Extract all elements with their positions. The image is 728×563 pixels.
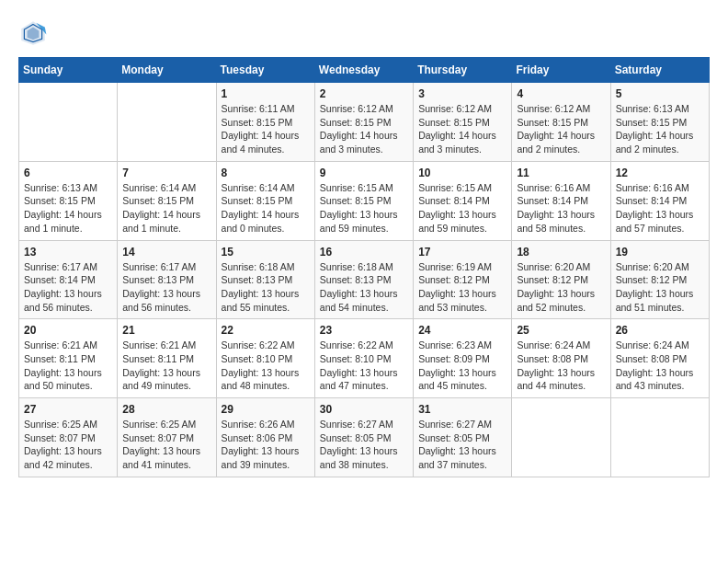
calendar-header: SundayMondayTuesdayWednesdayThursdayFrid… <box>19 58 710 83</box>
day-info: Sunrise: 6:19 AM Sunset: 8:12 PM Dayligh… <box>418 260 506 315</box>
calendar-cell: 23Sunrise: 6:22 AM Sunset: 8:10 PM Dayli… <box>314 319 413 398</box>
day-info: Sunrise: 6:16 AM Sunset: 8:14 PM Dayligh… <box>616 181 704 236</box>
day-number: 16 <box>320 246 408 259</box>
day-number: 18 <box>517 246 605 259</box>
day-of-week-header: Tuesday <box>216 58 314 83</box>
logo <box>18 18 53 48</box>
logo-icon <box>18 18 48 48</box>
day-info: Sunrise: 6:13 AM Sunset: 8:15 PM Dayligh… <box>24 181 112 236</box>
day-info: Sunrise: 6:22 AM Sunset: 8:10 PM Dayligh… <box>222 339 310 393</box>
day-info: Sunrise: 6:12 AM Sunset: 8:15 PM Dayligh… <box>320 102 408 156</box>
calendar-week-row: 27Sunrise: 6:25 AM Sunset: 8:07 PM Dayli… <box>19 398 710 477</box>
day-number: 23 <box>320 324 408 337</box>
day-number: 30 <box>320 403 408 416</box>
calendar-cell: 13Sunrise: 6:17 AM Sunset: 8:14 PM Dayli… <box>19 240 118 319</box>
calendar-cell: 18Sunrise: 6:20 AM Sunset: 8:12 PM Dayli… <box>512 240 610 319</box>
day-info: Sunrise: 6:12 AM Sunset: 8:15 PM Dayligh… <box>517 102 605 156</box>
calendar-cell: 19Sunrise: 6:20 AM Sunset: 8:12 PM Dayli… <box>610 240 709 319</box>
calendar-cell: 27Sunrise: 6:25 AM Sunset: 8:07 PM Dayli… <box>19 398 118 477</box>
day-number: 21 <box>122 324 210 337</box>
day-info: Sunrise: 6:20 AM Sunset: 8:12 PM Dayligh… <box>616 260 704 315</box>
page-header <box>18 18 710 48</box>
day-number: 19 <box>616 246 704 259</box>
day-info: Sunrise: 6:13 AM Sunset: 8:15 PM Dayligh… <box>616 102 704 156</box>
calendar-cell: 22Sunrise: 6:22 AM Sunset: 8:10 PM Dayli… <box>216 319 314 398</box>
day-number: 6 <box>24 167 112 179</box>
day-number: 8 <box>222 167 310 179</box>
day-of-week-header: Thursday <box>414 58 512 83</box>
calendar-cell: 10Sunrise: 6:15 AM Sunset: 8:14 PM Dayli… <box>414 161 512 240</box>
day-info: Sunrise: 6:25 AM Sunset: 8:07 PM Dayligh… <box>24 418 112 472</box>
day-of-week-header: Friday <box>512 58 610 83</box>
calendar-cell: 1Sunrise: 6:11 AM Sunset: 8:15 PM Daylig… <box>216 83 314 162</box>
calendar-cell: 15Sunrise: 6:18 AM Sunset: 8:13 PM Dayli… <box>216 240 314 319</box>
day-number: 13 <box>24 246 112 259</box>
calendar-week-row: 13Sunrise: 6:17 AM Sunset: 8:14 PM Dayli… <box>19 240 710 319</box>
day-info: Sunrise: 6:12 AM Sunset: 8:15 PM Dayligh… <box>418 102 506 156</box>
calendar-cell: 16Sunrise: 6:18 AM Sunset: 8:13 PM Dayli… <box>314 240 413 319</box>
calendar-cell: 31Sunrise: 6:27 AM Sunset: 8:05 PM Dayli… <box>414 398 512 477</box>
calendar-cell: 6Sunrise: 6:13 AM Sunset: 8:15 PM Daylig… <box>19 161 118 240</box>
day-number: 14 <box>122 246 210 259</box>
day-info: Sunrise: 6:15 AM Sunset: 8:14 PM Dayligh… <box>418 181 506 236</box>
calendar-cell: 26Sunrise: 6:24 AM Sunset: 8:08 PM Dayli… <box>610 319 709 398</box>
calendar-week-row: 20Sunrise: 6:21 AM Sunset: 8:11 PM Dayli… <box>19 319 710 398</box>
calendar-cell: 7Sunrise: 6:14 AM Sunset: 8:15 PM Daylig… <box>118 161 216 240</box>
calendar-cell <box>610 398 709 477</box>
day-number: 29 <box>222 403 310 416</box>
calendar-cell <box>118 83 216 162</box>
calendar-cell: 17Sunrise: 6:19 AM Sunset: 8:12 PM Dayli… <box>414 240 512 319</box>
calendar-cell: 14Sunrise: 6:17 AM Sunset: 8:13 PM Dayli… <box>118 240 216 319</box>
day-of-week-header: Monday <box>118 58 216 83</box>
day-number: 24 <box>418 324 506 337</box>
day-info: Sunrise: 6:22 AM Sunset: 8:10 PM Dayligh… <box>320 339 408 393</box>
calendar-table: SundayMondayTuesdayWednesdayThursdayFrid… <box>18 57 710 477</box>
day-number: 15 <box>222 246 310 259</box>
day-number: 3 <box>418 87 506 100</box>
day-number: 28 <box>122 403 210 416</box>
calendar-cell: 25Sunrise: 6:24 AM Sunset: 8:08 PM Dayli… <box>512 319 610 398</box>
day-number: 31 <box>418 403 506 416</box>
day-number: 9 <box>320 167 408 179</box>
calendar-cell: 30Sunrise: 6:27 AM Sunset: 8:05 PM Dayli… <box>314 398 413 477</box>
day-of-week-header: Sunday <box>19 58 118 83</box>
calendar-cell: 20Sunrise: 6:21 AM Sunset: 8:11 PM Dayli… <box>19 319 118 398</box>
day-number: 17 <box>418 246 506 259</box>
day-number: 10 <box>418 167 506 179</box>
day-number: 5 <box>616 87 704 100</box>
calendar-cell: 24Sunrise: 6:23 AM Sunset: 8:09 PM Dayli… <box>414 319 512 398</box>
day-info: Sunrise: 6:25 AM Sunset: 8:07 PM Dayligh… <box>122 418 210 472</box>
day-info: Sunrise: 6:15 AM Sunset: 8:15 PM Dayligh… <box>320 181 408 236</box>
day-info: Sunrise: 6:14 AM Sunset: 8:15 PM Dayligh… <box>122 181 210 236</box>
calendar-cell: 21Sunrise: 6:21 AM Sunset: 8:11 PM Dayli… <box>118 319 216 398</box>
day-of-week-header: Saturday <box>610 58 709 83</box>
day-number: 20 <box>24 324 112 337</box>
calendar-cell: 2Sunrise: 6:12 AM Sunset: 8:15 PM Daylig… <box>314 83 413 162</box>
day-number: 2 <box>320 87 408 100</box>
day-info: Sunrise: 6:23 AM Sunset: 8:09 PM Dayligh… <box>418 339 506 393</box>
day-info: Sunrise: 6:18 AM Sunset: 8:13 PM Dayligh… <box>320 260 408 315</box>
calendar-cell: 9Sunrise: 6:15 AM Sunset: 8:15 PM Daylig… <box>314 161 413 240</box>
calendar-cell: 12Sunrise: 6:16 AM Sunset: 8:14 PM Dayli… <box>610 161 709 240</box>
day-number: 27 <box>24 403 112 416</box>
day-number: 12 <box>616 167 704 179</box>
day-of-week-header: Wednesday <box>314 58 413 83</box>
calendar-cell <box>512 398 610 477</box>
calendar-cell: 5Sunrise: 6:13 AM Sunset: 8:15 PM Daylig… <box>610 83 709 162</box>
calendar-cell: 3Sunrise: 6:12 AM Sunset: 8:15 PM Daylig… <box>414 83 512 162</box>
calendar-cell: 4Sunrise: 6:12 AM Sunset: 8:15 PM Daylig… <box>512 83 610 162</box>
day-info: Sunrise: 6:16 AM Sunset: 8:14 PM Dayligh… <box>517 181 605 236</box>
day-info: Sunrise: 6:26 AM Sunset: 8:06 PM Dayligh… <box>222 418 310 472</box>
day-number: 25 <box>517 324 605 337</box>
day-info: Sunrise: 6:20 AM Sunset: 8:12 PM Dayligh… <box>517 260 605 315</box>
calendar-week-row: 6Sunrise: 6:13 AM Sunset: 8:15 PM Daylig… <box>19 161 710 240</box>
day-info: Sunrise: 6:27 AM Sunset: 8:05 PM Dayligh… <box>320 418 408 472</box>
calendar-cell: 28Sunrise: 6:25 AM Sunset: 8:07 PM Dayli… <box>118 398 216 477</box>
calendar-cell: 11Sunrise: 6:16 AM Sunset: 8:14 PM Dayli… <box>512 161 610 240</box>
calendar-cell <box>19 83 118 162</box>
calendar-cell: 29Sunrise: 6:26 AM Sunset: 8:06 PM Dayli… <box>216 398 314 477</box>
day-number: 4 <box>517 87 605 100</box>
day-info: Sunrise: 6:18 AM Sunset: 8:13 PM Dayligh… <box>222 260 310 315</box>
day-info: Sunrise: 6:14 AM Sunset: 8:15 PM Dayligh… <box>222 181 310 236</box>
day-number: 26 <box>616 324 704 337</box>
